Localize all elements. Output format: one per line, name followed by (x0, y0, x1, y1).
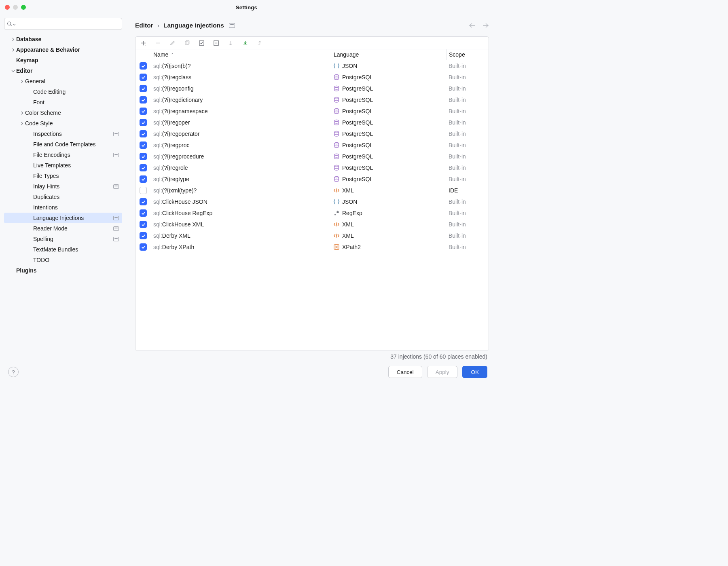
help-button[interactable]: ? (8, 367, 19, 377)
row-checkbox[interactable] (140, 119, 147, 126)
row-checkbox[interactable] (140, 85, 147, 92)
row-checkbox[interactable] (140, 96, 147, 103)
table-row[interactable]: sql: (?i)json(b)?JSONBuilt-in (135, 60, 489, 72)
name-text: (?i)regconfig (162, 85, 194, 92)
copy-button[interactable] (183, 39, 190, 46)
row-checkbox[interactable] (140, 232, 147, 239)
sidebar-item[interactable]: File and Code Templates (4, 139, 122, 150)
cancel-button[interactable]: Cancel (388, 366, 422, 378)
apply-button[interactable]: Apply (427, 366, 458, 378)
select-all-button[interactable] (198, 39, 205, 46)
chevron-right-icon[interactable] (19, 80, 25, 83)
sidebar-item[interactable]: Code Style (4, 118, 122, 129)
chevron-right-icon[interactable] (19, 111, 25, 115)
move-to-ide-button[interactable] (227, 39, 234, 46)
sidebar-item-label: Intentions (33, 204, 122, 211)
import-button[interactable] (241, 39, 249, 46)
table-row[interactable]: sql: (?i)regnamespacePostgreSQLBuilt-in (135, 106, 489, 117)
table-row[interactable]: sql: (?i)regtypePostgreSQLBuilt-in (135, 173, 489, 185)
sidebar-item[interactable]: Inlay Hints (4, 181, 122, 192)
row-checkbox[interactable] (140, 130, 147, 137)
name-text: Derby XML (162, 232, 190, 239)
sidebar-item[interactable]: File Encodings (4, 150, 122, 160)
column-language[interactable]: Language (331, 49, 446, 60)
row-checkbox[interactable] (140, 108, 147, 115)
sidebar-item[interactable]: Language Injections (4, 213, 122, 223)
table-row[interactable]: sql: (?i)regoperatorPostgreSQLBuilt-in (135, 128, 489, 139)
row-checkbox[interactable] (140, 142, 147, 149)
deselect-all-button[interactable] (212, 39, 220, 46)
language-text: PostgreSQL (342, 153, 373, 160)
chevron-down-icon[interactable] (13, 23, 16, 26)
table-row[interactable]: sql: (?i)xml(type)?XMLIDE (135, 185, 489, 196)
close-window-button[interactable] (5, 5, 10, 10)
sidebar-item[interactable]: File Types (4, 171, 122, 181)
sidebar-item[interactable]: Live Templates (4, 160, 122, 171)
table-row[interactable]: sql: Derby XPathXPath2Built-in (135, 241, 489, 253)
sidebar-item[interactable]: Intentions (4, 202, 122, 213)
regex-icon (333, 210, 340, 216)
table-row[interactable]: sql: (?i)regprocedurePostgreSQLBuilt-in (135, 151, 489, 162)
search-input[interactable] (4, 18, 122, 30)
name-text: (?i)regclass (162, 74, 191, 80)
column-scope[interactable]: Scope (446, 49, 489, 60)
table-row[interactable]: sql: ClickHouse XMLXMLBuilt-in (135, 219, 489, 230)
maximize-window-button[interactable] (21, 5, 26, 10)
sidebar-item[interactable]: Appearance & Behavior (4, 44, 122, 55)
sidebar-item[interactable]: Duplicates (4, 192, 122, 202)
table-row[interactable]: sql: (?i)regdictionaryPostgreSQLBuilt-in (135, 94, 489, 106)
table-row[interactable]: sql: (?i)regclassPostgreSQLBuilt-in (135, 72, 489, 83)
language-text: PostgreSQL (342, 131, 373, 137)
language-text: JSON (342, 63, 357, 69)
svg-point-0 (8, 22, 11, 25)
ok-button[interactable]: OK (462, 366, 487, 378)
sidebar-item[interactable]: Plugins (4, 265, 122, 276)
scope-text: Built-in (446, 108, 489, 114)
sidebar-item-label: Language Injections (33, 215, 113, 221)
column-name[interactable]: Name⌃ (151, 51, 331, 58)
chevron-right-icon[interactable] (19, 122, 25, 125)
add-button[interactable] (140, 39, 147, 46)
sidebar-item[interactable]: Inspections (4, 129, 122, 139)
sidebar-item[interactable]: Spelling (4, 234, 122, 244)
edit-button[interactable] (169, 39, 176, 46)
row-checkbox[interactable] (140, 175, 147, 183)
chevron-right-icon[interactable] (10, 38, 16, 41)
sidebar-item[interactable]: General (4, 76, 122, 87)
sidebar-item[interactable]: TextMate Bundles (4, 244, 122, 255)
table-row[interactable]: sql: ClickHouse JSONJSONBuilt-in (135, 196, 489, 207)
nav-back-icon[interactable] (469, 23, 475, 28)
sidebar-item[interactable]: TODO (4, 255, 122, 265)
table-row[interactable]: sql: (?i)regprocPostgreSQLBuilt-in (135, 139, 489, 151)
sidebar-item[interactable]: Font (4, 97, 122, 108)
table-row[interactable]: sql: (?i)regoperPostgreSQLBuilt-in (135, 117, 489, 128)
sidebar-item[interactable]: Keymap (4, 55, 122, 65)
export-button[interactable] (256, 39, 263, 46)
sidebar-item[interactable]: Database (4, 34, 122, 44)
table-row[interactable]: sql: Derby XMLXMLBuilt-in (135, 230, 489, 241)
remove-button[interactable] (154, 39, 161, 46)
minimize-window-button[interactable] (13, 5, 18, 10)
row-checkbox[interactable] (140, 74, 147, 81)
sidebar-item[interactable]: Color Scheme (4, 108, 122, 118)
sidebar-item[interactable]: Editor (4, 65, 122, 76)
row-checkbox[interactable] (140, 62, 147, 70)
db-icon (333, 142, 340, 148)
row-checkbox[interactable] (140, 153, 147, 160)
breadcrumb-editor[interactable]: Editor (135, 22, 153, 29)
row-checkbox[interactable] (140, 209, 147, 217)
chevron-right-icon[interactable] (10, 48, 16, 52)
table-row[interactable]: sql: (?i)regconfigPostgreSQLBuilt-in (135, 83, 489, 94)
row-checkbox[interactable] (140, 221, 147, 228)
row-checkbox[interactable] (140, 187, 147, 194)
chevron-down-icon[interactable] (10, 69, 16, 73)
table-row[interactable]: sql: (?i)regrolePostgreSQLBuilt-in (135, 162, 489, 173)
row-checkbox[interactable] (140, 198, 147, 205)
nav-forward-icon[interactable] (483, 23, 489, 28)
table-row[interactable]: sql: ClickHouse RegExpRegExpBuilt-in (135, 207, 489, 219)
row-checkbox[interactable] (140, 243, 147, 251)
sidebar-item[interactable]: Code Editing (4, 87, 122, 97)
sidebar-item[interactable]: Reader Mode (4, 223, 122, 234)
row-checkbox[interactable] (140, 164, 147, 171)
sidebar-item-label: Reader Mode (33, 225, 113, 232)
